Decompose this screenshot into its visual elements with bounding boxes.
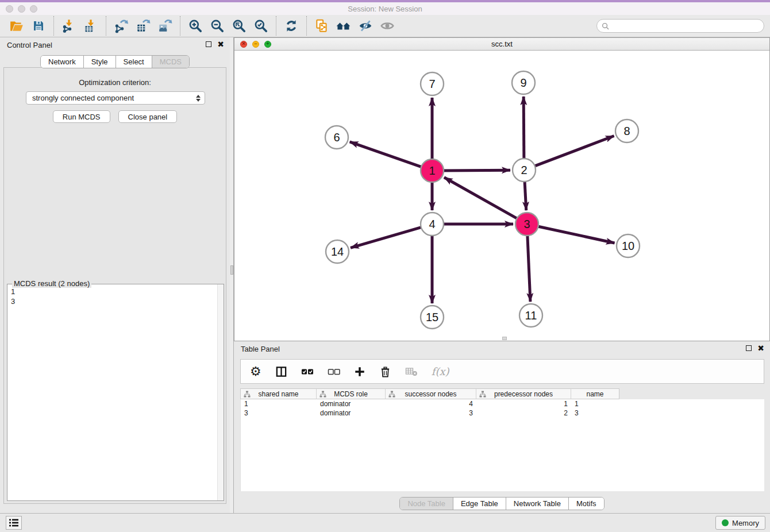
criterion-select[interactable]: strongly connected component xyxy=(26,91,205,105)
graph-node-7[interactable]: 7 xyxy=(421,72,444,95)
unselect-all-columns-button[interactable] xyxy=(328,365,340,378)
table-cell[interactable]: 3 xyxy=(241,409,317,417)
graph-node-4[interactable]: 4 xyxy=(421,213,444,236)
refresh-layout-button[interactable] xyxy=(280,16,302,36)
run-mcds-button[interactable]: Run MCDS xyxy=(53,110,110,123)
columns-icon xyxy=(275,365,287,378)
export-image-button[interactable] xyxy=(154,16,176,36)
create-column-button[interactable] xyxy=(354,366,365,377)
export-network-button[interactable] xyxy=(110,16,132,36)
table-cell[interactable]: dominator xyxy=(317,409,386,417)
table-row[interactable]: 1dominator411 xyxy=(241,399,764,408)
table-cell[interactable]: 1 xyxy=(241,400,317,408)
import-table-button[interactable] xyxy=(80,16,102,36)
graph-node-10[interactable]: 10 xyxy=(617,234,640,257)
tab-edge-table[interactable]: Edge Table xyxy=(453,498,506,510)
graph-node-2[interactable]: 2 xyxy=(513,159,536,182)
graph-edge-2-8[interactable] xyxy=(534,136,614,167)
zoom-out-button[interactable] xyxy=(206,16,228,36)
canvas-splitter-handle[interactable] xyxy=(502,337,507,340)
zoom-fit-icon xyxy=(232,18,247,33)
show-all-button[interactable] xyxy=(376,16,398,36)
column-header-MCDS-role[interactable]: MCDS role xyxy=(316,388,385,399)
network-canvas[interactable]: 7968124314101511 xyxy=(234,51,769,341)
graph-node-15[interactable]: 15 xyxy=(421,306,444,329)
graph-edge-3-11[interactable] xyxy=(528,234,530,302)
column-header-successor-nodes[interactable]: successor nodes xyxy=(385,388,476,399)
close-panel-icon[interactable]: ✖ xyxy=(217,41,224,48)
tab-style[interactable]: Style xyxy=(83,56,116,68)
save-session-button[interactable] xyxy=(28,16,49,36)
table-cell[interactable]: 3 xyxy=(386,409,476,417)
clone-network-button[interactable] xyxy=(311,16,333,36)
tab-select[interactable]: Select xyxy=(116,56,152,68)
column-header-name[interactable]: name xyxy=(571,388,619,399)
tab-network-table[interactable]: Network Table xyxy=(506,498,568,510)
graph-node-11[interactable]: 11 xyxy=(519,304,542,327)
tab-motifs[interactable]: Motifs xyxy=(568,498,604,510)
search-field[interactable] xyxy=(596,19,764,33)
first-neighbors-button[interactable] xyxy=(333,16,355,36)
zoom-in-button[interactable] xyxy=(184,16,206,36)
table-row[interactable]: 3dominator323 xyxy=(241,408,764,418)
panel-splitter[interactable] xyxy=(230,37,234,513)
mcds-panel-content: Optimization criterion: strongly connect… xyxy=(3,67,226,504)
column-header-predecessor-nodes[interactable]: predecessor nodes xyxy=(476,388,571,399)
float-table-panel-icon[interactable] xyxy=(746,345,752,351)
splitter-handle-icon[interactable] xyxy=(230,265,233,275)
table-cell[interactable]: 1 xyxy=(476,400,571,408)
graph-node-14[interactable]: 14 xyxy=(326,240,349,263)
graph-edge-4-14[interactable] xyxy=(351,227,422,248)
column-header-shared-name[interactable]: shared name xyxy=(240,388,316,399)
table-cell[interactable]: 1 xyxy=(571,400,620,408)
tab-network[interactable]: Network xyxy=(41,56,83,68)
delete-column-button[interactable] xyxy=(379,365,391,378)
graph-edge-3-10[interactable] xyxy=(537,226,615,243)
table-cell[interactable]: 4 xyxy=(386,400,476,408)
close-panel-button[interactable]: Close panel xyxy=(118,110,178,123)
tab-node-table[interactable]: Node Table xyxy=(400,498,453,510)
select-all-columns-button[interactable] xyxy=(301,365,314,378)
graph-node-3[interactable]: 3 xyxy=(515,213,538,236)
show-columns-button[interactable] xyxy=(275,365,287,378)
table-settings-button[interactable]: ⚙ xyxy=(250,365,261,378)
delete-table-button[interactable] xyxy=(405,366,418,377)
table-panel-title: Table Panel xyxy=(241,345,280,353)
graph-edge-2-3[interactable] xyxy=(525,180,526,210)
export-table-button[interactable] xyxy=(132,16,154,36)
memory-button[interactable]: Memory xyxy=(715,516,765,530)
close-table-panel-icon[interactable]: ✖ xyxy=(757,345,764,352)
table-cell[interactable]: dominator xyxy=(317,400,386,408)
mcds-result-text[interactable]: 1 3 xyxy=(7,285,217,500)
table-cell[interactable]: 3 xyxy=(571,409,620,417)
graph-edge-3-1[interactable] xyxy=(444,178,518,219)
hide-selected-button[interactable] xyxy=(355,16,376,36)
task-history-button[interactable] xyxy=(6,516,22,530)
select-arrows-icon xyxy=(196,95,201,102)
save-icon xyxy=(32,19,45,33)
import-network-button[interactable] xyxy=(58,16,80,36)
network-graph[interactable]: 7968124314101511 xyxy=(234,51,769,341)
graph-node-8[interactable]: 8 xyxy=(615,119,638,142)
zoom-selected-button[interactable] xyxy=(250,16,272,36)
tab-mcds[interactable]: MCDS xyxy=(152,56,189,68)
export-table-icon xyxy=(136,18,151,33)
network-view-window: ✕ − + scc.txt 7968124314101511 xyxy=(234,37,770,341)
graph-edge-1-6[interactable] xyxy=(350,142,422,167)
search-input[interactable] xyxy=(609,21,759,30)
search-icon xyxy=(602,22,609,30)
graph-edge-2-9[interactable] xyxy=(523,97,524,160)
result-scrollbar[interactable] xyxy=(217,284,224,500)
graph-node-9[interactable]: 9 xyxy=(512,71,535,94)
column-type-icon xyxy=(319,391,326,398)
open-session-button[interactable] xyxy=(6,16,28,36)
graph-node-6[interactable]: 6 xyxy=(325,126,348,149)
table-cell[interactable]: 2 xyxy=(476,409,571,417)
graph-node-1[interactable]: 1 xyxy=(421,159,444,182)
zoom-fit-button[interactable] xyxy=(228,16,250,36)
function-builder-button[interactable]: f(x) xyxy=(432,365,449,377)
svg-text:6: 6 xyxy=(333,131,340,144)
graph-edge-1-2[interactable] xyxy=(442,170,510,171)
svg-text:7: 7 xyxy=(429,78,435,90)
float-panel-icon[interactable] xyxy=(206,41,211,47)
